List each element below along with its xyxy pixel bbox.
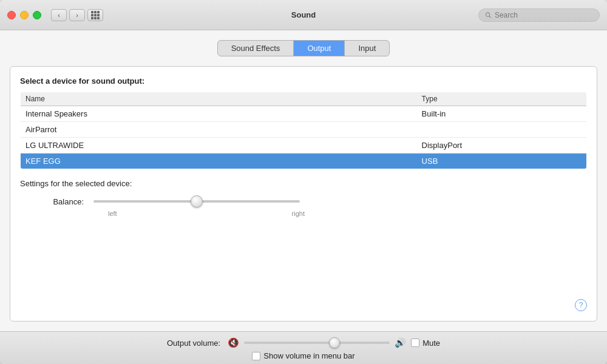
tab-sound-effects[interactable]: Sound Effects: [218, 41, 294, 56]
device-name-0: Internal Speakers: [21, 106, 417, 122]
device-row-1[interactable]: AirParrot: [21, 122, 587, 138]
tab-input[interactable]: Input: [345, 41, 389, 56]
traffic-lights: [7, 11, 41, 19]
maximize-button[interactable]: [33, 11, 41, 19]
device-name-3: KEF EGG: [21, 153, 417, 169]
balance-track: [93, 200, 300, 203]
forward-arrow-icon: ›: [76, 12, 78, 19]
main-window: ‹ › Sound Sound Effects: [0, 0, 607, 364]
grid-icon: [91, 11, 100, 19]
help-button[interactable]: ?: [575, 299, 587, 311]
search-box[interactable]: [478, 8, 600, 22]
device-row-0[interactable]: Internal SpeakersBuilt-in: [21, 106, 587, 122]
speaker-high-icon: 🔊: [395, 337, 406, 348]
device-name-1: AirParrot: [21, 122, 417, 138]
volume-track: [244, 342, 390, 344]
menubar-label: Show volume in menu bar: [263, 351, 354, 360]
device-row-2[interactable]: LG ULTRAWIDEDisplayPort: [21, 138, 587, 153]
balance-row: Balance:: [44, 195, 587, 207]
tab-group: Sound Effects Output Input: [217, 40, 390, 56]
balance-slider[interactable]: [93, 195, 300, 207]
mute-section: Mute: [411, 339, 440, 348]
balance-left-label: left: [108, 210, 117, 217]
titlebar: ‹ › Sound: [0, 0, 607, 30]
output-panel: Select a device for sound output: Name T…: [10, 66, 597, 322]
speaker-low-icon: 🔇: [228, 337, 239, 348]
balance-thumb[interactable]: [191, 195, 203, 207]
volume-slider[interactable]: [244, 337, 390, 349]
device-type-3: USB: [417, 153, 587, 169]
window-title: Sound: [291, 10, 316, 19]
device-section-title: Select a device for sound output:: [20, 76, 587, 86]
close-button[interactable]: [7, 11, 16, 19]
device-table: Name Type Internal SpeakersBuilt-inAirPa…: [20, 92, 587, 169]
content-area: Sound Effects Output Input Select a devi…: [0, 30, 607, 331]
device-type-2: DisplayPort: [417, 138, 587, 153]
balance-right-label: right: [292, 210, 305, 217]
menubar-row: Show volume in menu bar: [12, 351, 595, 360]
device-row-3[interactable]: KEF EGGUSB: [21, 153, 587, 169]
volume-row: Output volume: 🔇 🔊 Mute: [12, 337, 595, 349]
col-header-type: Type: [417, 92, 587, 106]
volume-label: Output volume:: [167, 339, 220, 348]
settings-title: Settings for the selected device:: [20, 179, 587, 188]
search-icon: [485, 12, 492, 19]
search-input[interactable]: [495, 11, 593, 19]
balance-labels-row: left right: [44, 210, 587, 217]
device-name-2: LG ULTRAWIDE: [21, 138, 417, 153]
minimize-button[interactable]: [20, 11, 29, 19]
balance-label: Balance:: [44, 197, 84, 206]
grid-button[interactable]: [87, 9, 103, 21]
nav-buttons: ‹ ›: [51, 9, 85, 21]
col-header-name: Name: [21, 92, 417, 106]
back-button[interactable]: ‹: [51, 9, 67, 21]
menubar-checkbox[interactable]: [252, 352, 260, 360]
forward-button[interactable]: ›: [69, 9, 85, 21]
volume-thumb[interactable]: [329, 337, 340, 348]
svg-line-1: [489, 16, 491, 18]
tab-output[interactable]: Output: [294, 41, 345, 56]
mute-label: Mute: [422, 339, 440, 348]
device-type-1: [417, 122, 587, 138]
bottom-bar: Output volume: 🔇 🔊 Mute Show volume in m…: [0, 331, 607, 364]
back-arrow-icon: ‹: [58, 12, 60, 19]
device-type-0: Built-in: [417, 106, 587, 122]
tabs-container: Sound Effects Output Input: [10, 40, 597, 56]
mute-checkbox[interactable]: [411, 339, 419, 347]
